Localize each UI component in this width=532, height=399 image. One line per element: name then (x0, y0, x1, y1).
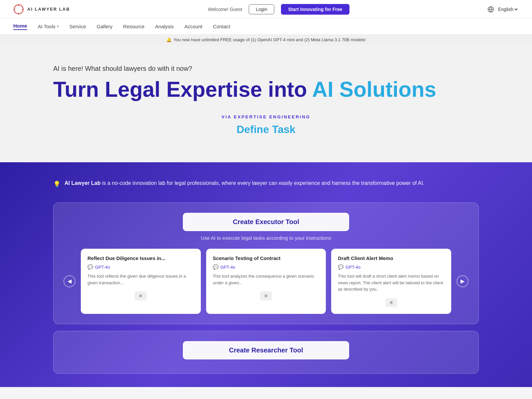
topbar-right: English (487, 6, 519, 13)
svg-point-6 (21, 5, 22, 6)
play-icon-2 (264, 294, 268, 298)
svg-point-7 (15, 12, 16, 13)
nav-analysis[interactable]: Analysis (155, 24, 174, 29)
svg-point-2 (18, 13, 19, 14)
globe-icon (487, 6, 494, 13)
nav-resource[interactable]: Resource (123, 24, 144, 29)
svg-point-14 (22, 7, 23, 8)
chat-icon-3: 💬 (338, 264, 343, 270)
svg-point-3 (14, 9, 15, 10)
topbar: AI LAWYER LAB Welcome! Guest Login Start… (0, 0, 532, 19)
hero-title: Turn Legal Expertise into AI Solutions (53, 78, 479, 101)
executor-card-3: Draft Client Alert Memo 💬 GPT-4o This to… (331, 249, 451, 314)
card-3-title: Draft Client Alert Memo (338, 255, 445, 261)
hero-section: AI is here! What should lawyers do with … (0, 45, 532, 162)
card-2-model: 💬 GPT-4o (213, 264, 320, 270)
via-expertise-label: VIA EXPERTISE ENGINEERING (53, 114, 479, 119)
svg-point-5 (15, 5, 16, 6)
topbar-center: Welcome! Guest Login Start Innovating fo… (70, 4, 487, 15)
bulb-icon: 💡 (53, 180, 61, 189)
info-icon: 🔔 (166, 37, 172, 42)
svg-point-8 (21, 12, 22, 13)
login-button[interactable]: Login (249, 4, 274, 14)
executor-card-1: Reflect Due Diligence Issues in... 💬 GPT… (81, 249, 201, 314)
create-executor-tool-button[interactable]: Create Executor Tool (183, 213, 349, 231)
executor-cards-row: ◀ Reflect Due Diligence Issues in... 💬 G… (64, 249, 468, 314)
executor-tool-description: Use AI to execute legal tasks according … (64, 235, 468, 241)
svg-point-4 (22, 9, 24, 10)
hero-title-dark: Turn Legal Expertise into (53, 77, 307, 101)
card-3-model: 💬 GPT-4o (338, 264, 445, 270)
language-selector[interactable]: English (497, 6, 519, 12)
purple-section: 💡 AI Lawyer Lab is a no-code innovation … (0, 162, 532, 387)
card-1-model: 💬 GPT-4o (87, 264, 194, 270)
svg-point-11 (17, 13, 17, 13)
card-1-video-button[interactable] (135, 291, 147, 301)
next-slide-button[interactable]: ▶ (457, 275, 468, 287)
card-3-description: This tool will draft a short client aler… (338, 273, 445, 293)
play-icon (138, 294, 143, 298)
hero-subtitle: AI is here! What should lawyers do with … (53, 65, 479, 72)
nav-service[interactable]: Service (69, 24, 86, 29)
play-icon-3 (389, 300, 394, 305)
svg-point-1 (18, 4, 19, 6)
chevron-down-icon: ▾ (57, 24, 59, 29)
brand-name: AI Lawyer Lab (65, 180, 100, 186)
svg-point-9 (17, 5, 17, 6)
svg-point-16 (22, 10, 23, 11)
logo[interactable]: AI LAWYER LAB (13, 4, 70, 15)
navbar: Home AI Tools ▾ Service Gallery Resource… (0, 19, 532, 35)
svg-point-15 (15, 10, 15, 11)
card-2-description: This tool analyzes the consequence a giv… (213, 273, 320, 286)
svg-point-13 (15, 7, 15, 8)
svg-point-12 (20, 13, 21, 13)
welcome-text: Welcome! Guest (208, 7, 242, 12)
researcher-tool-container: Create Researcher Tool (53, 331, 479, 374)
nav-gallery[interactable]: Gallery (97, 24, 113, 29)
define-task-label: Define Task (53, 123, 479, 136)
announcement-text: You now have unlimited FREE usage of (1)… (174, 37, 366, 42)
card-2-title: Scenario Testing of Contract (213, 255, 320, 261)
card-2-video-button[interactable] (260, 291, 272, 301)
logo-icon (13, 4, 24, 15)
executor-card-2: Scenario Testing of Contract 💬 GPT-4o Th… (206, 249, 326, 314)
chat-icon-2: 💬 (213, 264, 218, 270)
start-innovating-button[interactable]: Start Innovating for Free (281, 4, 350, 15)
card-3-video-button[interactable] (385, 298, 397, 307)
nav-contact[interactable]: Contact (213, 24, 230, 29)
chat-icon: 💬 (87, 264, 93, 270)
announcement-bar: 🔔 You now have unlimited FREE usage of (… (0, 35, 532, 45)
nav-ai-tools[interactable]: AI Tools ▾ (38, 24, 59, 29)
executor-cards-wrapper: Reflect Due Diligence Issues in... 💬 GPT… (81, 249, 451, 314)
nav-account[interactable]: Account (184, 24, 202, 29)
about-text: 💡 AI Lawyer Lab is a no-code innovation … (53, 179, 479, 189)
logo-label: AI LAWYER LAB (27, 7, 70, 12)
card-1-description: This tool reflects the given due diligen… (87, 273, 194, 286)
card-1-title: Reflect Due Diligence Issues in... (87, 255, 194, 261)
nav-home[interactable]: Home (13, 23, 27, 30)
svg-point-10 (20, 5, 21, 6)
create-researcher-tool-button[interactable]: Create Researcher Tool (183, 341, 349, 359)
hero-title-light: AI Solutions (312, 77, 436, 101)
executor-tool-container: Create Executor Tool Use AI to execute l… (53, 202, 479, 324)
prev-slide-button[interactable]: ◀ (64, 275, 75, 287)
about-description: is a no-code innovation lab for legal pr… (102, 180, 424, 186)
